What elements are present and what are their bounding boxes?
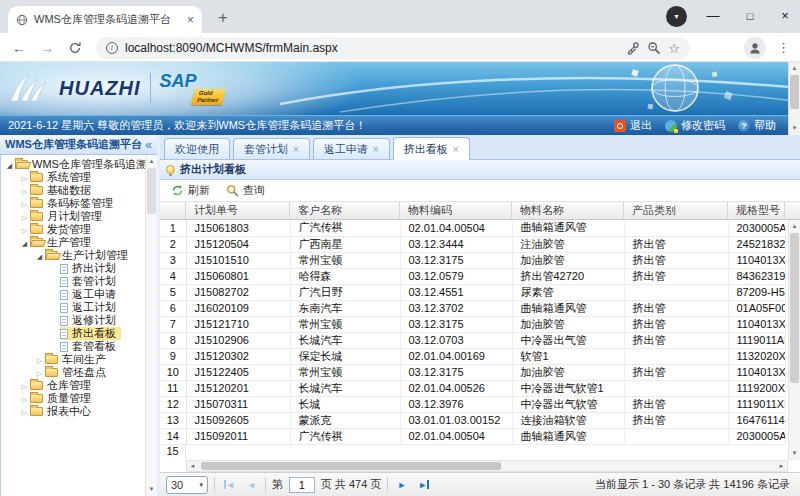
tree-node[interactable]: 挤出看板 bbox=[1, 327, 145, 340]
tree-node[interactable]: 生产管理 bbox=[1, 236, 145, 249]
scroll-left-icon[interactable]: ◄ bbox=[187, 461, 198, 471]
tree-expander-icon[interactable] bbox=[19, 197, 30, 211]
last-page-button[interactable]: ► bbox=[415, 479, 432, 491]
table-row[interactable]: 12 J15070311 长城 03.12.3976 中冷器出气软管 挤出管 1… bbox=[160, 396, 785, 412]
scroll-up-icon[interactable]: ▲ bbox=[789, 63, 800, 74]
table-row[interactable]: 7 J15121710 常州宝顿 03.12.3175 加油胶管 挤出管 110… bbox=[160, 316, 785, 332]
scroll-down-icon[interactable]: ▼ bbox=[789, 448, 800, 459]
tree-node[interactable]: 管坯盘点 bbox=[1, 366, 145, 379]
table-row[interactable]: 4 J15060801 哈得森 03.12.0579 挤出管42720 挤出管 … bbox=[160, 268, 785, 284]
tree-node[interactable]: 仓库管理 bbox=[1, 379, 145, 392]
back-icon[interactable]: ← bbox=[8, 38, 30, 58]
grid-horizontal-scrollbar[interactable]: ◄ ► bbox=[186, 460, 788, 472]
tab-extrusion-board[interactable]: 挤出看板 × bbox=[393, 137, 470, 160]
scrollbar-thumb[interactable] bbox=[790, 233, 799, 383]
change-password-button[interactable]: 修改密码 bbox=[665, 118, 725, 133]
tree-expander-icon[interactable] bbox=[19, 184, 30, 198]
window-close-button[interactable]: × bbox=[772, 4, 798, 28]
scrollbar-thumb[interactable] bbox=[201, 462, 501, 470]
scroll-down-icon[interactable]: ▼ bbox=[146, 484, 157, 495]
table-row[interactable]: 13 J15092605 蒙派克 03.01.01.03.00152 连接油箱软… bbox=[160, 412, 785, 428]
column-header-material-name[interactable]: 物料名称 bbox=[512, 202, 624, 220]
tab-welcome[interactable]: 欢迎使用 bbox=[164, 138, 230, 159]
tree-expander-icon[interactable] bbox=[19, 392, 30, 406]
table-row[interactable]: 2 J15120504 广西南星 03.12.3444 注油胶管 挤出管 245… bbox=[160, 236, 785, 252]
scrollbar-thumb[interactable] bbox=[790, 75, 799, 109]
tree-expander-icon[interactable] bbox=[34, 366, 45, 380]
profile-avatar[interactable] bbox=[744, 37, 766, 59]
table-row[interactable]: 9 J15120302 保定长城 02.01.04.00169 软管1 1132… bbox=[160, 348, 785, 364]
sidebar-scrollbar[interactable]: ▲ ▼ bbox=[145, 155, 157, 496]
next-page-button[interactable]: ► bbox=[394, 479, 409, 491]
download-indicator-icon[interactable]: ▼ bbox=[666, 6, 687, 27]
scroll-up-icon[interactable]: ▲ bbox=[789, 221, 800, 232]
url-omnibox[interactable]: i localhost:8090/MCHWMS/frmMain.aspx ☆ bbox=[96, 37, 690, 59]
scroll-right-icon[interactable]: ► bbox=[776, 461, 787, 471]
password-key-icon[interactable] bbox=[626, 41, 640, 55]
tree-node[interactable]: 挤出计划 bbox=[1, 262, 145, 275]
table-row[interactable]: 1 J15061803 广汽传祺 02.01.04.00504 曲轴箱通风管 2… bbox=[160, 220, 785, 236]
scrollbar-thumb[interactable] bbox=[147, 168, 156, 214]
tree-node[interactable]: 返修计划 bbox=[1, 314, 145, 327]
search-button[interactable]: 查询 bbox=[219, 181, 272, 200]
site-info-icon[interactable]: i bbox=[106, 42, 118, 54]
tree-node[interactable]: 返工计划 bbox=[1, 301, 145, 314]
top-frame-scrollbar[interactable]: ▲ ▼ bbox=[788, 62, 800, 135]
column-header-category[interactable]: 产品类别 bbox=[624, 202, 728, 220]
tree-node[interactable]: 套管计划 bbox=[1, 275, 145, 288]
tree-expander-icon[interactable] bbox=[34, 353, 45, 367]
tree-node[interactable]: 生产计划管理 bbox=[1, 249, 145, 262]
column-header-plan-no[interactable]: 计划单号 bbox=[186, 202, 290, 220]
table-row[interactable]: 8 J15102906 长城汽车 03.12.0703 中冷器出气管 挤出管 1… bbox=[160, 332, 785, 348]
bookmark-star-icon[interactable]: ☆ bbox=[668, 41, 680, 56]
tree-expander-icon[interactable] bbox=[34, 249, 45, 263]
window-maximize-button[interactable]: □ bbox=[737, 4, 763, 28]
tree-node[interactable]: WMS仓库管理条码追溯系统 bbox=[1, 158, 145, 171]
tree-expander-icon[interactable] bbox=[19, 236, 30, 250]
browser-tab[interactable]: WMS仓库管理条码追溯平台 × bbox=[8, 6, 202, 33]
refresh-button[interactable]: 刷新 bbox=[164, 181, 217, 200]
page-number-input[interactable] bbox=[289, 477, 315, 493]
page-size-select[interactable]: 30 ▾ bbox=[166, 476, 208, 494]
browser-menu-icon[interactable]: ⋮ bbox=[777, 38, 790, 58]
grid-vertical-scrollbar[interactable]: ▲ ▼ bbox=[788, 220, 800, 460]
tree-expander-icon[interactable] bbox=[4, 158, 15, 172]
reload-icon[interactable] bbox=[64, 38, 86, 58]
forward-icon[interactable]: → bbox=[36, 38, 58, 58]
column-header-spec[interactable]: 规格型号 bbox=[728, 202, 785, 220]
tree-node[interactable]: 报表中心 bbox=[1, 405, 145, 418]
tree-node[interactable]: 月计划管理 bbox=[1, 210, 145, 223]
tree-expander-icon[interactable] bbox=[19, 223, 30, 237]
first-page-button[interactable]: ◄ bbox=[221, 479, 238, 491]
tree-node[interactable]: 发货管理 bbox=[1, 223, 145, 236]
tree-node[interactable]: 车间生产 bbox=[1, 353, 145, 366]
tree-node[interactable]: 系统管理 bbox=[1, 171, 145, 184]
table-row[interactable]: 3 J15101510 常州宝顿 03.12.3175 加油胶管 挤出管 110… bbox=[160, 252, 785, 268]
tab-casing-plan[interactable]: 套管计划 × bbox=[233, 138, 310, 159]
tree-node[interactable]: 返工申请 bbox=[1, 288, 145, 301]
table-row[interactable]: 11 J15120201 长城汽车 02.01.04.00526 中冷器进气软管… bbox=[160, 380, 785, 396]
zoom-magnifier-icon[interactable] bbox=[647, 41, 661, 55]
table-row[interactable]: 14 J15092011 广汽传祺 02.01.04.00504 曲轴箱通风管 … bbox=[160, 428, 785, 444]
url-text[interactable]: localhost:8090/MCHWMS/frmMain.aspx bbox=[125, 41, 619, 55]
tree-node[interactable]: 套管看板 bbox=[1, 340, 145, 353]
help-button[interactable]: ? 帮助 bbox=[738, 118, 776, 133]
new-tab-button[interactable]: + bbox=[210, 5, 236, 31]
column-header-customer[interactable]: 客户名称 bbox=[290, 202, 400, 220]
scroll-up-icon[interactable]: ▲ bbox=[146, 156, 157, 167]
column-header-rownum[interactable] bbox=[160, 202, 186, 220]
table-row[interactable]: 10 J15122405 常州宝顿 03.12.3175 加油胶管 挤出管 11… bbox=[160, 364, 785, 380]
table-row[interactable]: 5 J15082702 广汽日野 03.12.4551 尿素管 87209-H5… bbox=[160, 284, 785, 300]
sidebar-collapse-icon[interactable]: « bbox=[145, 138, 152, 152]
prev-page-button[interactable]: ◄ bbox=[244, 479, 259, 491]
tree-node[interactable]: 条码标签管理 bbox=[1, 197, 145, 210]
scroll-down-icon[interactable]: ▼ bbox=[789, 123, 800, 134]
tree-node[interactable]: 基础数据 bbox=[1, 184, 145, 197]
tree-expander-icon[interactable] bbox=[19, 405, 30, 419]
tree-expander-icon[interactable] bbox=[19, 171, 30, 185]
logout-button[interactable]: 退出 bbox=[614, 118, 652, 133]
window-minimize-button[interactable]: — bbox=[700, 4, 726, 28]
tree-node[interactable]: 质量管理 bbox=[1, 392, 145, 405]
tab-rework-request[interactable]: 返工申请 × bbox=[313, 138, 390, 159]
tree-expander-icon[interactable] bbox=[19, 210, 30, 224]
